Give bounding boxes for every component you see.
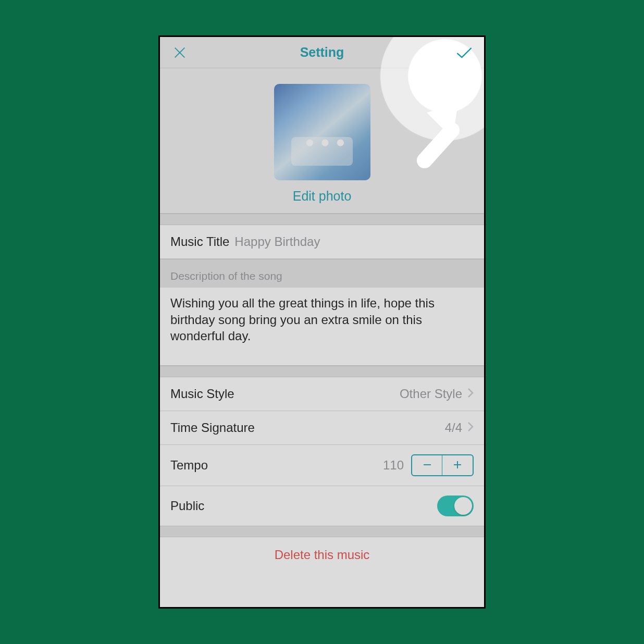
toggle-knob bbox=[454, 497, 472, 515]
description-header: Description of the song bbox=[160, 259, 484, 288]
public-row: Public bbox=[160, 486, 484, 526]
plus-icon bbox=[452, 460, 463, 470]
music-title-input[interactable] bbox=[234, 234, 474, 249]
tempo-stepper bbox=[411, 454, 474, 476]
public-label: Public bbox=[170, 499, 204, 513]
close-button[interactable] bbox=[169, 42, 190, 63]
time-signature-value: 4/4 bbox=[445, 420, 462, 435]
cover-photo[interactable] bbox=[274, 84, 370, 180]
confirm-button[interactable] bbox=[454, 42, 475, 63]
checkmark-icon bbox=[455, 45, 473, 60]
close-icon bbox=[172, 45, 187, 60]
screen-frame: Setting Edit photo Music Title Descripti… bbox=[158, 35, 486, 609]
chevron-right-icon bbox=[467, 387, 474, 401]
nav-header: Setting bbox=[160, 37, 484, 68]
music-style-label: Music Style bbox=[170, 387, 234, 401]
music-style-value: Other Style bbox=[400, 387, 462, 401]
time-signature-label: Time Signature bbox=[170, 420, 255, 435]
section-divider bbox=[160, 366, 484, 377]
delete-music-button[interactable]: Delete this music bbox=[160, 537, 484, 573]
minus-icon bbox=[422, 460, 432, 470]
description-text[interactable]: Wishing you all the great things in life… bbox=[160, 288, 484, 366]
public-toggle[interactable] bbox=[437, 496, 474, 516]
photo-section: Edit photo bbox=[160, 68, 484, 214]
music-style-row[interactable]: Music Style Other Style bbox=[160, 377, 484, 411]
content: Edit photo Music Title Description of th… bbox=[160, 68, 484, 573]
music-title-row[interactable]: Music Title bbox=[160, 225, 484, 259]
section-divider bbox=[160, 526, 484, 537]
page-title: Setting bbox=[160, 45, 484, 60]
edit-photo-button[interactable]: Edit photo bbox=[160, 189, 484, 204]
tempo-label: Tempo bbox=[170, 458, 208, 473]
tempo-increase-button[interactable] bbox=[442, 455, 473, 475]
chevron-right-icon bbox=[467, 420, 474, 435]
section-divider bbox=[160, 214, 484, 225]
tempo-value: 110 bbox=[383, 458, 404, 473]
music-title-label: Music Title bbox=[170, 234, 229, 249]
tempo-decrease-button[interactable] bbox=[412, 455, 442, 475]
time-signature-row[interactable]: Time Signature 4/4 bbox=[160, 411, 484, 445]
tempo-row: Tempo 110 bbox=[160, 445, 484, 486]
